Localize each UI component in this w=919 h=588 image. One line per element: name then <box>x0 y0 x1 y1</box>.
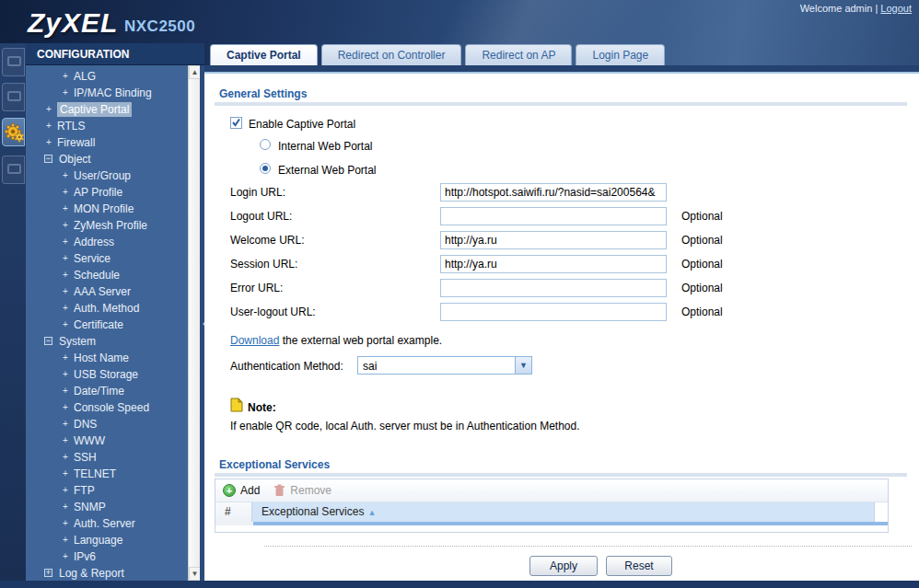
note-text: If enable QR code, local Auth. server mu… <box>230 420 580 432</box>
tab-redirect-on-ap[interactable]: Redirect on AP <box>465 44 572 65</box>
brand-logo: ZyXEL <box>28 7 118 39</box>
sidebar-item-telnet[interactable]: +TELNET <box>26 466 188 482</box>
sidebar-item-label: IP/MAC Binding <box>74 86 152 99</box>
sidebar-item-ssh[interactable]: +SSH <box>26 449 188 466</box>
sidebar-item-system[interactable]: −System <box>26 333 188 350</box>
sidebar-item-certificate[interactable]: +Certificate <box>26 317 188 333</box>
sidebar-item-label: DNS <box>74 418 97 431</box>
field-input-error-url[interactable] <box>440 279 667 297</box>
sidebar-item-label: Certificate <box>74 318 123 331</box>
bullet-arrow-icon: + <box>63 449 68 466</box>
sidebar-item-ftp[interactable]: +FTP <box>26 482 188 499</box>
reset-button[interactable]: Reset <box>606 556 672 576</box>
sidebar-item-zymesh-profile[interactable]: +ZyMesh Profile <box>26 217 188 234</box>
sidebar-item-label: AAA Server <box>74 285 131 298</box>
tab-captive-portal[interactable]: Captive Portal <box>210 44 318 66</box>
field-row: Error URL:Optional <box>204 279 919 297</box>
bullet-arrow-icon: + <box>46 118 52 134</box>
sidebar-item-auth-method[interactable]: +Auth. Method <box>26 300 188 317</box>
auth-method-select[interactable]: sai ▼ <box>357 356 532 375</box>
sidebar-item-service[interactable]: +Service <box>26 250 188 267</box>
sidebar-item-label: Firewall <box>57 136 95 149</box>
section-rule <box>215 102 907 106</box>
sidebar-item-www[interactable]: +WWW <box>26 432 188 449</box>
bullet-arrow-icon: + <box>63 515 68 532</box>
sidebar-item-user-group[interactable]: +User/Group <box>26 167 188 184</box>
download-link[interactable]: Download <box>230 334 279 347</box>
logout-link[interactable]: Logout <box>880 3 912 14</box>
tab-redirect-on-controller[interactable]: Redirect on Controller <box>321 44 462 65</box>
internal-web-portal-label: Internal Web Portal <box>278 140 373 153</box>
sidebar-item-ip-mac-binding[interactable]: +IP/MAC Binding <box>26 85 188 101</box>
internal-web-portal-radio[interactable] <box>260 139 271 150</box>
sidebar-item-label: Log & Report <box>59 567 124 580</box>
sidebar-item-label: Console Speed <box>74 401 149 414</box>
sidebar-item-log-report[interactable]: +Log & Report <box>26 565 188 581</box>
sidebar-item-alg[interactable]: +ALG <box>26 68 188 85</box>
bullet-arrow-icon: + <box>46 101 52 118</box>
sidebar-item-language[interactable]: +Language <box>26 532 188 548</box>
remove-button[interactable]: Remove <box>273 484 332 497</box>
bullet-arrow-icon: + <box>63 267 68 283</box>
sidebar-item-label: Auth. Server <box>74 517 135 530</box>
add-button[interactable]: + Add <box>223 484 260 497</box>
tab-label: Login Page <box>592 49 648 62</box>
collapse-minus-icon[interactable]: − <box>44 337 52 345</box>
field-input-logout-url[interactable] <box>440 207 667 225</box>
chevron-down-icon[interactable]: ▼ <box>515 357 531 374</box>
sidebar-item-firewall[interactable]: +Firewall <box>26 134 188 151</box>
field-label: User-logout URL: <box>230 306 316 318</box>
main-content: General Settings Enable Captive Portal I… <box>204 74 919 581</box>
sidebar-item-console-speed[interactable]: +Console Speed <box>26 399 188 416</box>
welcome-text: Welcome admin <box>800 3 873 14</box>
tab-login-page[interactable]: Login Page <box>576 44 665 65</box>
field-input-user-logout-url[interactable] <box>440 303 667 321</box>
sidebar-scrollbar[interactable]: ▲ ▼ <box>188 65 200 581</box>
field-input-welcome-url[interactable] <box>440 231 667 249</box>
sidebar-item-aaa-server[interactable]: +AAA Server <box>26 283 188 300</box>
external-web-portal-label: External Web Portal <box>278 164 377 177</box>
sidebar-item-date-time[interactable]: +Date/Time <box>26 383 188 399</box>
sidebar-item-dns[interactable]: +DNS <box>26 416 188 432</box>
collapse-minus-icon[interactable]: − <box>44 155 52 163</box>
sidebar-item-rtls[interactable]: +RTLS <box>26 118 188 134</box>
sidebar-item-ap-profile[interactable]: +AP Profile <box>26 184 188 201</box>
field-label: Logout URL: <box>230 210 292 223</box>
trash-icon <box>273 484 285 497</box>
sidebar-item-label: Schedule <box>74 269 120 282</box>
maintenance-icon[interactable] <box>2 156 25 184</box>
sidebar-item-snmp[interactable]: +SNMP <box>26 499 188 515</box>
sidebar-item-label: Host Name <box>74 352 129 364</box>
dashboard-icon[interactable] <box>2 48 25 76</box>
sidebar-item-mon-profile[interactable]: +MON Profile <box>26 201 188 217</box>
sidebar-item-address[interactable]: +Address <box>26 234 188 250</box>
column-index: # <box>215 502 252 522</box>
optional-label: Optional <box>681 282 723 294</box>
sidebar-item-label: RTLS <box>57 120 85 133</box>
sidebar-item-usb-storage[interactable]: +USB Storage <box>26 366 188 383</box>
apply-button[interactable]: Apply <box>529 556 598 576</box>
configuration-icon[interactable] <box>2 118 25 146</box>
external-web-portal-radio[interactable] <box>260 163 271 174</box>
enable-captive-portal-checkbox[interactable] <box>230 117 242 129</box>
sidebar-item-label: FTP <box>74 484 95 497</box>
monitor-icon[interactable] <box>2 83 25 111</box>
bullet-arrow-icon: + <box>63 184 68 201</box>
sidebar-item-schedule[interactable]: +Schedule <box>26 267 188 283</box>
bullet-arrow-icon: + <box>63 432 68 449</box>
sidebar-item-label: WWW <box>74 434 105 447</box>
field-row: Logout URL:Optional <box>204 207 919 225</box>
sidebar-item-auth-server[interactable]: +Auth. Server <box>26 515 188 532</box>
section-rule-2 <box>215 473 907 477</box>
sidebar-item-captive-portal[interactable]: +Captive Portal <box>26 101 188 118</box>
sidebar-item-ipv6[interactable]: +IPv6 <box>26 548 188 565</box>
field-input-session-url[interactable] <box>440 255 667 273</box>
sidebar-item-host-name[interactable]: +Host Name <box>26 350 188 366</box>
field-input-login-url[interactable] <box>440 183 667 202</box>
expand-plus-icon[interactable]: + <box>44 569 52 577</box>
exceptional-services-heading: Exceptional Services <box>219 458 330 471</box>
sidebar-item-object[interactable]: −Object <box>26 151 188 167</box>
column-exceptional-services[interactable]: Exceptional Services▲ <box>252 502 874 522</box>
tab-label: Redirect on AP <box>482 49 555 62</box>
sidebar-item-label: Service <box>74 252 111 265</box>
